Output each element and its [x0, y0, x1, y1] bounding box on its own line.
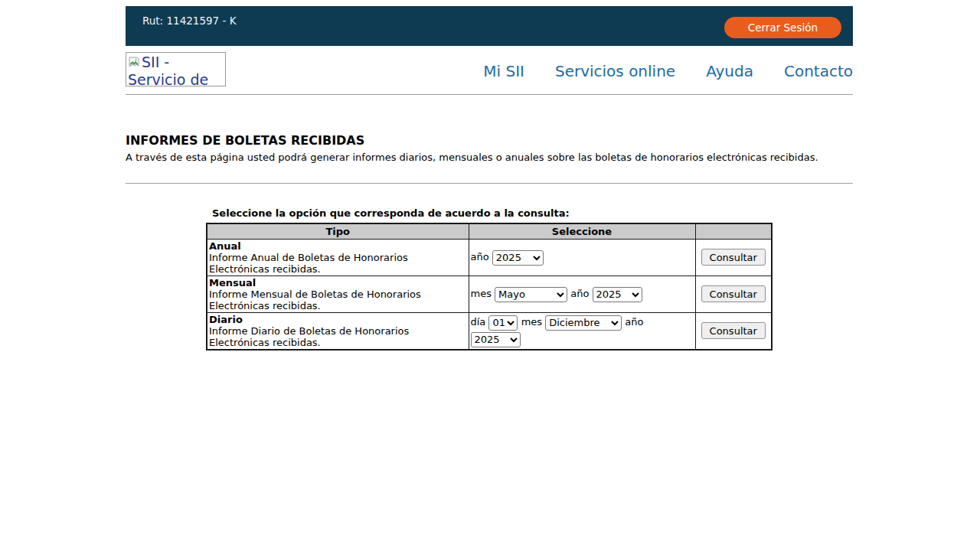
anual-button-cell: Consultar — [695, 239, 772, 276]
nav-item-servicios-online[interactable]: Servicios online — [555, 62, 675, 80]
header-divider — [126, 94, 853, 95]
broken-image-icon — [128, 57, 140, 69]
anual-ano-select[interactable]: 2025 — [492, 250, 544, 266]
mensual-type-description: Informe Mensual de Boletas de Honorarios… — [209, 289, 467, 311]
mensual-mes-select[interactable]: Mayo — [495, 287, 567, 302]
diario-type-description: Informe Diario de Boletas de Honorarios … — [209, 325, 467, 348]
mensual-button-cell: Consultar — [695, 276, 772, 312]
content-divider — [126, 183, 853, 184]
logout-button[interactable]: Cerrar Sesión — [724, 17, 841, 38]
anual-type-description: Informe Anual de Boletas de Honorarios E… — [209, 252, 467, 275]
column-header-seleccione: Seleccione — [469, 223, 695, 239]
nav-item-ayuda[interactable]: Ayuda — [706, 62, 753, 80]
column-header-empty — [695, 223, 772, 239]
page-description: A través de esta página usted podrá gene… — [126, 152, 853, 163]
session-bar: Rut: 11421597 - K Cerrar Sesión — [126, 6, 853, 46]
diario-type-cell: Diario Informe Diario de Boletas de Hono… — [207, 312, 469, 350]
page-title: INFORMES DE BOLETAS RECIBIDAS — [126, 133, 853, 148]
table-header-row: Tipo Seleccione — [207, 223, 772, 239]
anual-ano-label: año — [471, 251, 489, 262]
rut-label: Rut: 11421597 - K — [142, 15, 236, 46]
mensual-mes-label: mes — [471, 288, 492, 299]
diario-mes-select[interactable]: Diciembre — [545, 315, 622, 331]
anual-type-cell: Anual Informe Anual de Boletas de Honora… — [207, 239, 469, 276]
anual-type-label: Anual — [209, 240, 467, 252]
nav-item-mi-sii[interactable]: Mi SII — [483, 62, 524, 80]
mensual-consultar-button[interactable]: Consultar — [701, 285, 766, 302]
page-content: Rut: 11421597 - K Cerrar Sesión SII - Se… — [126, 6, 853, 350]
nav-item-contacto[interactable]: Contacto — [784, 62, 853, 80]
diario-button-cell: Consultar — [695, 312, 772, 350]
diario-dia-select[interactable]: 01 — [488, 315, 518, 331]
mensual-ano-label: año — [570, 288, 589, 299]
query-prompt: Seleccione la opción que corresponda de … — [206, 207, 773, 219]
diario-ano-select[interactable]: 2025 — [471, 332, 521, 347]
table-row-diario: Diario Informe Diario de Boletas de Hono… — [207, 312, 772, 350]
mensual-select-cell: mes Mayo año 2025 — [469, 276, 695, 312]
diario-type-label: Diario — [209, 314, 467, 325]
diario-mes-label: mes — [521, 316, 542, 328]
table-row-mensual: Mensual Informe Mensual de Boletas de Ho… — [207, 276, 772, 312]
report-options-table: Tipo Seleccione Anual Informe Anual de B… — [206, 223, 773, 350]
mensual-type-cell: Mensual Informe Mensual de Boletas de Ho… — [207, 276, 469, 312]
main-nav: Mi SII Servicios online Ayuda Contacto — [483, 62, 853, 80]
diario-dia-label: día — [471, 316, 486, 328]
diario-select-cell: día 01 mes Diciembre año 2025 — [469, 312, 695, 350]
mensual-ano-select[interactable]: 2025 — [593, 287, 642, 302]
table-row-anual: Anual Informe Anual de Boletas de Honora… — [207, 239, 772, 276]
diario-ano-label: año — [625, 316, 643, 328]
anual-select-cell: año 2025 — [469, 239, 695, 276]
mensual-type-label: Mensual — [209, 277, 467, 289]
column-header-tipo: Tipo — [207, 223, 469, 239]
diario-consultar-button[interactable]: Consultar — [701, 322, 766, 339]
sii-logo-broken-image[interactable]: SII - Servicio de — [126, 52, 226, 86]
site-header: SII - Servicio de Mi SII Servicios onlin… — [126, 52, 853, 86]
query-section: Seleccione la opción que corresponda de … — [206, 207, 773, 350]
anual-consultar-button[interactable]: Consultar — [701, 249, 766, 266]
